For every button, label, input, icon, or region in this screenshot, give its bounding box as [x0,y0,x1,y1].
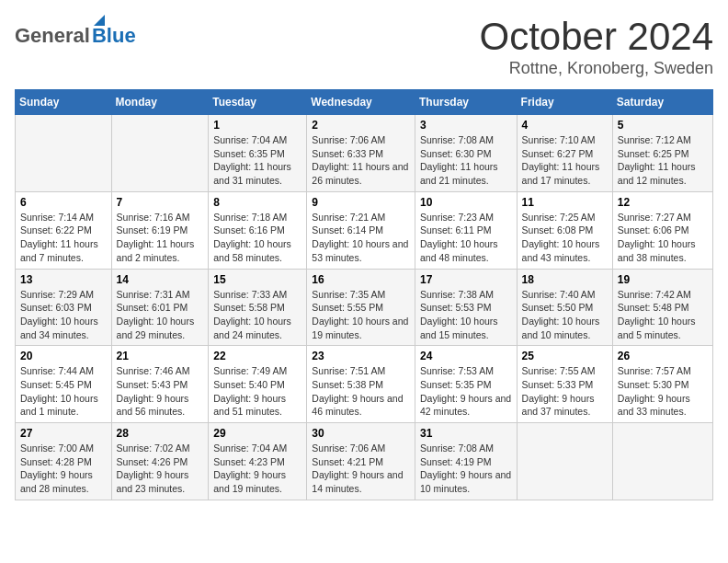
week-row-2: 6Sunrise: 7:14 AMSunset: 6:22 PMDaylight… [16,191,713,269]
day-info: Sunrise: 7:33 AMSunset: 5:58 PMDaylight:… [213,288,301,342]
day-cell: 10Sunrise: 7:23 AMSunset: 6:11 PMDayligh… [415,191,517,269]
day-number: 24 [420,350,512,362]
day-cell: 3Sunrise: 7:08 AMSunset: 6:30 PMDaylight… [415,115,517,192]
day-cell: 7Sunrise: 7:16 AMSunset: 6:19 PMDaylight… [111,191,209,269]
day-number: 14 [117,273,204,286]
day-number: 20 [20,350,107,362]
day-info: Sunrise: 7:29 AMSunset: 6:03 PMDaylight:… [20,288,107,342]
day-number: 19 [618,273,708,286]
column-headers: SundayMondayTuesdayWednesdayThursdayFrid… [16,90,713,115]
day-info: Sunrise: 7:49 AMSunset: 5:40 PMDaylight:… [213,364,301,419]
week-row-4: 20Sunrise: 7:44 AMSunset: 5:45 PMDayligh… [16,346,713,423]
day-info: Sunrise: 7:08 AMSunset: 4:19 PMDaylight:… [420,442,512,496]
day-number: 22 [213,350,301,362]
day-info: Sunrise: 7:04 AMSunset: 4:23 PMDaylight:… [213,442,301,496]
day-info: Sunrise: 7:10 AMSunset: 6:27 PMDaylight:… [522,133,608,188]
day-number: 4 [522,119,608,132]
day-cell: 29Sunrise: 7:04 AMSunset: 4:23 PMDayligh… [209,423,307,500]
week-row-5: 27Sunrise: 7:00 AMSunset: 4:28 PMDayligh… [16,423,713,500]
day-cell: 17Sunrise: 7:38 AMSunset: 5:53 PMDayligh… [415,269,517,346]
day-cell: 2Sunrise: 7:06 AMSunset: 6:33 PMDaylight… [307,115,415,192]
day-cell: 9Sunrise: 7:21 AMSunset: 6:14 PMDaylight… [307,191,415,269]
day-number: 25 [522,350,608,362]
day-cell: 21Sunrise: 7:46 AMSunset: 5:43 PMDayligh… [111,346,209,423]
title-block: October 2024 Rottne, Kronoberg, Sweden [479,15,713,78]
day-number: 3 [420,119,512,132]
day-number: 31 [420,427,512,440]
week-row-1: 1Sunrise: 7:04 AMSunset: 6:35 PMDaylight… [16,115,713,192]
day-cell: 5Sunrise: 7:12 AMSunset: 6:25 PMDaylight… [612,115,712,192]
day-number: 8 [213,196,301,209]
col-header-tuesday: Tuesday [209,90,307,115]
calendar-table: SundayMondayTuesdayWednesdayThursdayFrid… [15,89,713,500]
day-cell: 8Sunrise: 7:18 AMSunset: 6:16 PMDaylight… [209,191,307,269]
day-cell: 19Sunrise: 7:42 AMSunset: 5:48 PMDayligh… [612,269,712,346]
day-number: 9 [312,196,410,209]
day-cell: 15Sunrise: 7:33 AMSunset: 5:58 PMDayligh… [209,269,307,346]
day-cell [16,115,112,192]
col-header-sunday: Sunday [16,90,112,115]
day-number: 7 [117,196,204,209]
day-number: 11 [522,196,608,209]
day-info: Sunrise: 7:57 AMSunset: 5:30 PMDaylight:… [618,364,708,419]
day-number: 21 [117,350,204,362]
day-number: 23 [312,350,410,362]
day-info: Sunrise: 7:18 AMSunset: 6:16 PMDaylight:… [213,211,301,265]
day-cell [517,423,612,500]
col-header-monday: Monday [111,90,209,115]
day-info: Sunrise: 7:38 AMSunset: 5:53 PMDaylight:… [420,288,512,342]
day-info: Sunrise: 7:27 AMSunset: 6:06 PMDaylight:… [618,211,708,265]
day-number: 6 [20,196,107,209]
col-header-thursday: Thursday [415,90,517,115]
day-cell: 16Sunrise: 7:35 AMSunset: 5:55 PMDayligh… [307,269,415,346]
week-row-3: 13Sunrise: 7:29 AMSunset: 6:03 PMDayligh… [16,269,713,346]
day-number: 27 [20,427,107,440]
day-number: 16 [312,273,410,286]
day-info: Sunrise: 7:55 AMSunset: 5:33 PMDaylight:… [522,364,608,419]
day-number: 10 [420,196,512,209]
day-cell: 4Sunrise: 7:10 AMSunset: 6:27 PMDaylight… [517,115,612,192]
day-info: Sunrise: 7:42 AMSunset: 5:48 PMDaylight:… [618,288,708,342]
day-info: Sunrise: 7:51 AMSunset: 5:38 PMDaylight:… [312,364,410,419]
day-info: Sunrise: 7:23 AMSunset: 6:11 PMDaylight:… [420,211,512,265]
day-cell: 18Sunrise: 7:40 AMSunset: 5:50 PMDayligh… [517,269,612,346]
month-title: October 2024 [479,15,713,59]
col-header-wednesday: Wednesday [307,90,415,115]
day-cell: 28Sunrise: 7:02 AMSunset: 4:26 PMDayligh… [111,423,209,500]
day-number: 26 [618,350,708,362]
day-info: Sunrise: 7:35 AMSunset: 5:55 PMDaylight:… [312,288,410,342]
day-cell: 1Sunrise: 7:04 AMSunset: 6:35 PMDaylight… [209,115,307,192]
day-cell: 30Sunrise: 7:06 AMSunset: 4:21 PMDayligh… [307,423,415,500]
day-number: 1 [213,119,301,132]
day-info: Sunrise: 7:06 AMSunset: 4:21 PMDaylight:… [312,442,410,496]
day-info: Sunrise: 7:04 AMSunset: 6:35 PMDaylight:… [213,133,301,188]
day-cell: 12Sunrise: 7:27 AMSunset: 6:06 PMDayligh… [612,191,712,269]
day-number: 2 [312,119,410,132]
logo-general: General [15,26,90,46]
day-info: Sunrise: 7:16 AMSunset: 6:19 PMDaylight:… [117,211,204,265]
day-info: Sunrise: 7:14 AMSunset: 6:22 PMDaylight:… [20,211,107,265]
day-number: 13 [20,273,107,286]
day-number: 12 [618,196,708,209]
page-header: General Blue October 2024 Rottne, Kronob… [15,15,713,78]
day-cell: 13Sunrise: 7:29 AMSunset: 6:03 PMDayligh… [16,269,112,346]
day-cell: 24Sunrise: 7:53 AMSunset: 5:35 PMDayligh… [415,346,517,423]
day-info: Sunrise: 7:06 AMSunset: 6:33 PMDaylight:… [312,133,410,188]
day-cell: 20Sunrise: 7:44 AMSunset: 5:45 PMDayligh… [16,346,112,423]
day-info: Sunrise: 7:02 AMSunset: 4:26 PMDaylight:… [117,442,204,496]
day-cell: 25Sunrise: 7:55 AMSunset: 5:33 PMDayligh… [517,346,612,423]
day-cell [111,115,209,192]
day-cell: 14Sunrise: 7:31 AMSunset: 6:01 PMDayligh… [111,269,209,346]
day-info: Sunrise: 7:21 AMSunset: 6:14 PMDaylight:… [312,211,410,265]
day-info: Sunrise: 7:00 AMSunset: 4:28 PMDaylight:… [20,442,107,496]
day-cell: 27Sunrise: 7:00 AMSunset: 4:28 PMDayligh… [16,423,112,500]
day-number: 17 [420,273,512,286]
day-number: 28 [117,427,204,440]
day-info: Sunrise: 7:31 AMSunset: 6:01 PMDaylight:… [117,288,204,342]
day-info: Sunrise: 7:46 AMSunset: 5:43 PMDaylight:… [117,364,204,419]
col-header-friday: Friday [517,90,612,115]
logo-blue: Blue [92,26,136,46]
day-cell: 23Sunrise: 7:51 AMSunset: 5:38 PMDayligh… [307,346,415,423]
day-info: Sunrise: 7:08 AMSunset: 6:30 PMDaylight:… [420,133,512,188]
day-cell: 6Sunrise: 7:14 AMSunset: 6:22 PMDaylight… [16,191,112,269]
